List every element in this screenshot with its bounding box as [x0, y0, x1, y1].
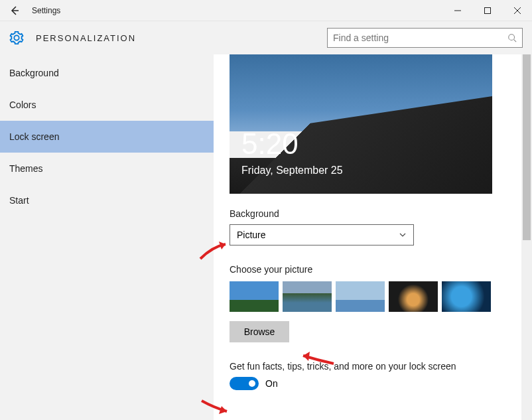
titlebar: Settings [0, 0, 532, 21]
sidebar-item-label: Lock screen [9, 131, 59, 142]
background-label: Background [230, 208, 532, 219]
fun-facts-label: Get fun facts, tips, tricks, and more on… [230, 361, 532, 372]
search-icon [507, 33, 517, 42]
search-input[interactable] [333, 33, 507, 43]
close-icon [514, 7, 521, 14]
picture-thumbnails [230, 281, 532, 312]
header: PERSONALIZATION [0, 21, 532, 54]
sidebar-item-label: Colors [9, 100, 36, 110]
gear-icon [9, 31, 24, 45]
preview-date: Friday, September 25 [241, 165, 343, 176]
window-title: Settings [32, 6, 442, 15]
picture-thumb-2[interactable] [283, 281, 332, 312]
dropdown-selected: Picture [237, 230, 399, 240]
picture-thumb-3[interactable] [336, 281, 385, 312]
chevron-down-icon [399, 231, 407, 239]
sidebar-item-colors[interactable]: Colors [0, 89, 214, 121]
content-area: 5:20 Friday, September 25 Background Pic… [214, 54, 532, 420]
sidebar-item-background[interactable]: Background [0, 57, 214, 89]
sidebar-item-label: Background [9, 68, 59, 78]
sidebar-item-themes[interactable]: Themes [0, 153, 214, 184]
maximize-button[interactable] [472, 0, 502, 21]
arrow-left-icon [9, 5, 20, 16]
sidebar-item-lock-screen[interactable]: Lock screen [0, 121, 214, 153]
page-title: PERSONALIZATION [36, 33, 327, 43]
scrollbar-thumb[interactable] [523, 54, 531, 240]
fun-facts-toggle[interactable] [230, 377, 259, 390]
svg-line-6 [514, 40, 517, 42]
close-button[interactable] [502, 0, 532, 21]
sidebar-item-label: Start [9, 195, 29, 206]
sidebar: Background Colors Lock screen Themes Sta… [0, 54, 214, 420]
svg-rect-2 [484, 7, 490, 13]
picture-thumb-4[interactable] [389, 281, 438, 312]
sidebar-item-start[interactable]: Start [0, 184, 214, 216]
fun-facts-state: On [265, 378, 278, 389]
picture-thumb-5[interactable] [442, 281, 491, 312]
minimize-icon [454, 7, 461, 14]
preview-time: 5:20 [241, 127, 299, 161]
background-dropdown[interactable]: Picture [230, 224, 414, 245]
maximize-icon [484, 7, 491, 14]
back-button[interactable] [0, 0, 29, 21]
svg-point-5 [509, 35, 515, 40]
minimize-button[interactable] [442, 0, 472, 21]
picture-thumb-1[interactable] [230, 281, 279, 312]
lock-screen-preview: 5:20 Friday, September 25 [230, 54, 492, 194]
browse-button[interactable]: Browse [230, 321, 289, 342]
search-box[interactable] [327, 28, 523, 48]
sidebar-item-label: Themes [9, 163, 43, 174]
choose-picture-label: Choose your picture [230, 264, 532, 275]
scrollbar[interactable] [521, 54, 532, 420]
